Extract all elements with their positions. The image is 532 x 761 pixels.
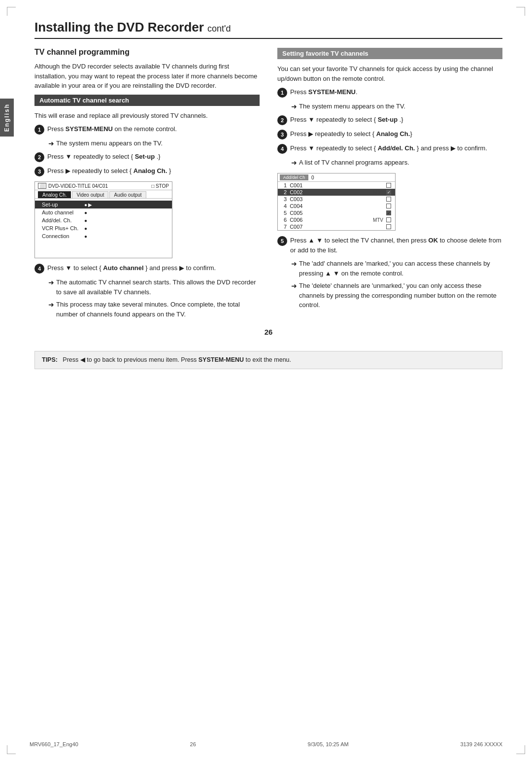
ch-row-7: 7 C007 [278, 223, 395, 230]
tips-label: TIPS: [42, 356, 58, 363]
corner-mark-tr [516, 7, 525, 16]
right-step-4-content: Press ▼ repeatedly to select { Add/del. … [290, 143, 502, 153]
ch-row-2: 2 C002 NBC ✓ [278, 189, 395, 196]
right-step-num-3: 3 [277, 130, 287, 139]
add-del-label: Add/del Ch [280, 174, 308, 180]
right-step-3-content: Press ▶ repeatedly to select { Analog Ch… [290, 129, 502, 139]
right-intro-text: You can set your favorite TV channels fo… [277, 64, 502, 83]
osd-menu-auto-channel: Auto channel ● [35, 208, 172, 216]
osd-display: ⬜ DVD-VIDEO-TITLE 04/C01 □ STOP Analog C… [34, 181, 172, 258]
right-step-num-5: 5 [277, 236, 287, 246]
right-step-num-4: 4 [277, 144, 287, 154]
subsection-intro: This will erase and replace all previous… [34, 111, 260, 121]
ch-row-6: 6 C006 MTV [278, 216, 395, 223]
ch-counter: 0 [311, 175, 314, 180]
setting-fav-heading: Setting favorite TV channels [277, 48, 502, 59]
left-step-4: 4 Press ▼ to select { Auto channel } and… [34, 263, 260, 274]
left-intro-text: Although the DVD recorder selects availa… [34, 62, 260, 91]
right-step-3: 3 Press ▶ repeatedly to select { Analog … [277, 129, 502, 139]
dvd-icon: ⬜ [38, 183, 46, 189]
osd-header-left: ⬜ DVD-VIDEO-TITLE 04/C01 [38, 183, 108, 189]
left-step-3: 3 Press ▶ repeatedly to select { Analog … [34, 166, 260, 176]
right-step-5: 5 Press ▲ ▼ to select the TV channel, th… [277, 236, 502, 255]
arrow-note-4a: ➜ The automatic TV channel search starts… [48, 277, 260, 297]
page-number: 26 [34, 328, 502, 336]
osd-menu-body: Set-up ● ▶ Auto channel ● Add/del. Ch. ●… [35, 199, 172, 258]
step-num-1: 1 [34, 125, 44, 135]
osd-menu-blank2 [35, 248, 172, 256]
footer-center: 26 [190, 741, 196, 747]
step-num-2: 2 [34, 152, 44, 162]
right-step-num-1: 1 [277, 88, 287, 98]
right-arrow-note-5a: ➜ The 'add' channels are 'marked,' you c… [291, 259, 502, 278]
step-4-content: Press ▼ to select { Auto channel } and p… [47, 263, 260, 273]
ch-row-5: 5 C005 ✓ [278, 209, 395, 216]
osd-tab-audio: Audio output [109, 191, 146, 198]
osd-menu-connection: Connection ● [35, 232, 172, 240]
right-step-1: 1 Press SYSTEM-MENU. [277, 87, 502, 98]
osd-tab-analog: Analog Ch. [38, 191, 71, 198]
channel-list-display: Add/del Ch 0 1 C001 2 C002 NBC ✓ 3 C003 [277, 173, 396, 231]
right-step-2-content: Press ▼ repeatedly to select { Set-up .} [290, 115, 502, 125]
step-num-3: 3 [34, 167, 44, 176]
right-arrow-note-4: ➜ A list of TV channel programs appears. [291, 158, 502, 168]
right-column: Setting favorite TV channels You can set… [277, 48, 502, 322]
side-tab-text: English [3, 104, 10, 132]
arrow-note-4b: ➜ This process may take several minutes.… [48, 300, 260, 319]
ch-row-1: 1 C001 [278, 182, 395, 189]
ch-list-header: Add/del Ch 0 [278, 173, 395, 182]
corner-mark-bl [7, 745, 16, 754]
side-tab: English [0, 99, 14, 137]
footer: MRV660_17_Eng40 26 9/3/05, 10:25 AM 3139… [30, 741, 502, 747]
auto-tv-channel-search-heading: Automatic TV channel search [34, 95, 260, 106]
left-column: TV channel programming Although the DVD … [34, 48, 260, 322]
step-2-content: Press ▼ repeatedly to select { Set-up .} [47, 152, 260, 162]
step-1-content: Press SYSTEM-MENU on the remote control. [47, 124, 260, 134]
osd-menu-blank1 [35, 240, 172, 248]
corner-mark-tl [7, 7, 16, 16]
osd-menu-addel: Add/del. Ch. ● [35, 216, 172, 224]
arrow-note-1: ➜ The system menu appears on the TV. [48, 138, 260, 149]
tips-box: TIPS: Press ◀ to go back to previous men… [34, 351, 502, 369]
right-arrow-note-1: ➜ The system menu appears on the TV. [291, 102, 502, 112]
corner-mark-br [516, 745, 525, 754]
osd-stop: □ STOP [151, 183, 169, 189]
left-step-2: 2 Press ▼ repeatedly to select { Set-up … [34, 152, 260, 162]
main-title: Installing the DVD Recorder cont'd [34, 20, 502, 39]
osd-menu-vcrplus: VCR Plus+ Ch. ● [35, 224, 172, 232]
footer-right: 9/3/05, 10:25 AM [308, 741, 349, 747]
right-step-num-2: 2 [277, 115, 287, 125]
right-step-2: 2 Press ▼ repeatedly to select { Set-up … [277, 115, 502, 125]
right-arrow-note-5b: ➜ The 'delete' channels are 'unmarked,' … [291, 281, 502, 310]
right-step-1-content: Press SYSTEM-MENU. [290, 87, 502, 97]
osd-tab-video: Video output [72, 191, 108, 198]
ch-row-3: 3 C003 [278, 196, 395, 203]
ch-row-4: 4 C004 [278, 203, 395, 209]
step-num-4: 4 [34, 264, 44, 274]
page: English Installing the DVD Recorder cont… [0, 0, 532, 761]
osd-tab-row: Analog Ch. Video output Audio output [35, 190, 172, 199]
left-section-title: TV channel programming [34, 48, 260, 57]
two-col-layout: TV channel programming Although the DVD … [34, 48, 502, 322]
right-step-4: 4 Press ▼ repeatedly to select { Add/del… [277, 143, 502, 154]
right-step-5-content: Press ▲ ▼ to select the TV channel, then… [290, 236, 502, 255]
footer-left: MRV660_17_Eng40 [30, 741, 78, 747]
osd-header: ⬜ DVD-VIDEO-TITLE 04/C01 □ STOP [35, 182, 172, 190]
step-3-content: Press ▶ repeatedly to select { Analog Ch… [47, 166, 260, 176]
osd-menu-setup: Set-up ● ▶ [35, 201, 172, 208]
footer-far-right: 3139 246 XXXXX [460, 741, 502, 747]
left-step-1: 1 Press SYSTEM-MENU on the remote contro… [34, 124, 260, 135]
osd-title: DVD-VIDEO-TITLE 04/C01 [48, 183, 108, 189]
